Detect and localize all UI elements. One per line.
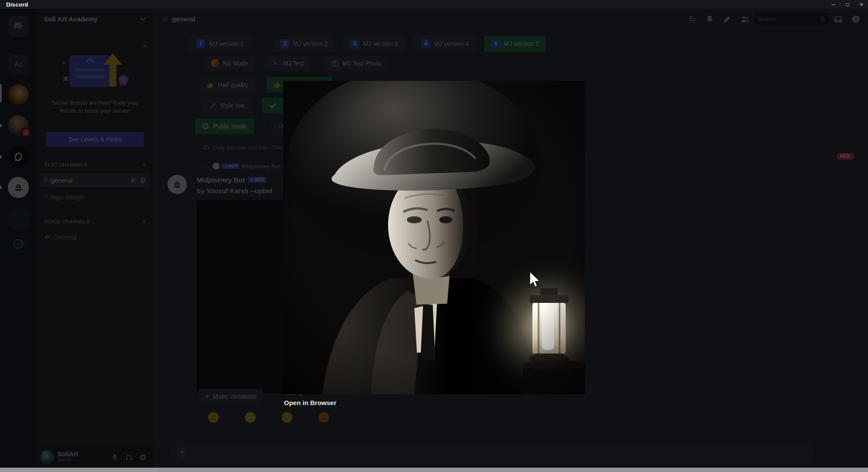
bottom-strip <box>0 468 868 472</box>
minimize-icon[interactable]: ─ <box>827 0 840 9</box>
window-title: Discord <box>6 1 28 8</box>
close-icon[interactable]: × <box>855 0 868 9</box>
image-lightbox: Open in Browser <box>283 81 585 417</box>
open-in-browser-link[interactable]: Open in Browser <box>284 399 336 406</box>
discord-app-window: As 2 <box>0 0 868 472</box>
maximize-icon[interactable]: □ <box>841 0 854 9</box>
window-titlebar: Discord ─ □ × <box>0 0 868 9</box>
lightbox-image[interactable] <box>283 81 585 394</box>
